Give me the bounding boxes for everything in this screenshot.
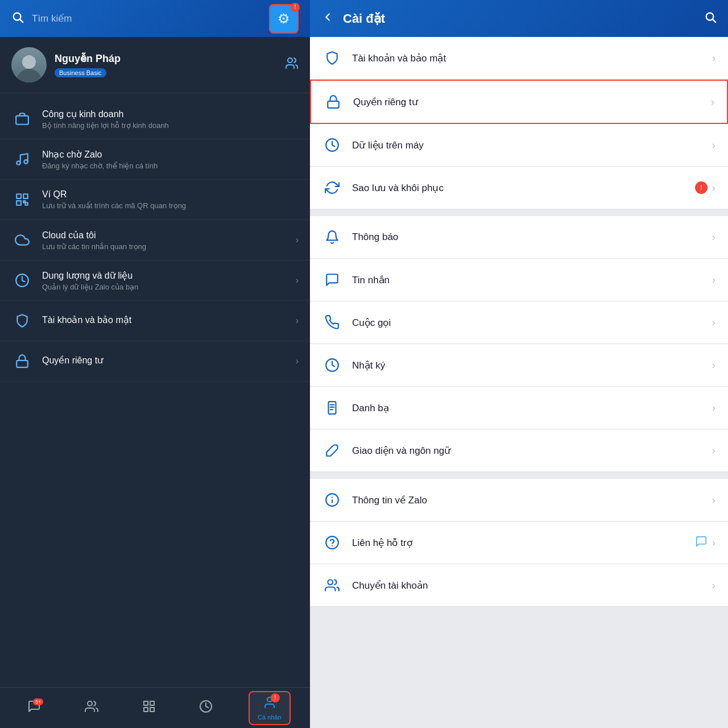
nav-contacts[interactable]: [77, 696, 106, 720]
settings-badge: !: [291, 3, 300, 12]
back-button[interactable]: [321, 11, 334, 27]
arrow-icon-dung-luong: ›: [296, 275, 299, 286]
svg-line-1: [20, 19, 23, 22]
arrow-cuoc-goi: ›: [712, 317, 715, 329]
label-lien-he: Liên hệ hỗ trợ: [352, 537, 695, 549]
menu-sub-dung-luong: Quản lý dữ liệu Zalo của bạn: [42, 283, 296, 291]
avatar: [11, 47, 47, 82]
arrow-icon-quyen: ›: [296, 356, 299, 366]
svg-rect-8: [16, 201, 21, 205]
menu-item-dung-luong[interactable]: Dung lượng và dữ liệu Quản lý dữ liệu Za…: [0, 260, 310, 301]
right-panel: Cài đặt Tài khoản và bảo mật ›: [310, 0, 728, 728]
ca-nhan-label: Cá nhân: [258, 714, 282, 721]
briefcase-icon: [11, 108, 33, 130]
menu-title-tai-khoan: Tài khoản và bảo mật: [42, 315, 296, 325]
refresh-icon: [322, 178, 342, 197]
profile-section[interactable]: Nguyễn Pháp Business Basic: [0, 37, 310, 93]
settings-item-danh-ba[interactable]: Danh bạ ›: [310, 387, 728, 429]
question-icon: [322, 533, 342, 552]
menu-title-cloud: Cloud của tôi: [42, 230, 296, 241]
section-gap-2: [310, 472, 728, 479]
settings-list: Tài khoản và bảo mật › Quyền riêng tư ›: [310, 37, 728, 728]
left-panel: Tìm kiếm ⚙ ! Nguyễn Pháp Business Basic: [0, 0, 310, 728]
settings-item-cuoc-goi[interactable]: Cuộc gọi ›: [310, 301, 728, 344]
profile-switch-icon[interactable]: [285, 56, 299, 73]
profile-name: Nguyễn Pháp: [55, 52, 285, 65]
transfer-icon: [322, 576, 342, 595]
nav-grid[interactable]: [134, 696, 164, 720]
settings-item-quyen-rieng-tu[interactable]: Quyền riêng tư ›: [310, 80, 728, 124]
clock2-icon: [322, 135, 342, 155]
arrow-giao-dien: ›: [712, 445, 715, 457]
search-icon[interactable]: [11, 11, 24, 27]
label-giao-dien: Giao diện và ngôn ngữ: [352, 445, 712, 457]
svg-line-19: [713, 19, 715, 22]
settings-item-thong-tin[interactable]: Thông tin về Zalo ›: [310, 479, 728, 522]
section-gap-1: [310, 209, 728, 216]
menu-item-tai-khoan[interactable]: Tài khoản và bảo mật ›: [0, 301, 310, 341]
arrow-danh-ba: ›: [712, 402, 715, 414]
right-header: Cài đặt: [310, 0, 728, 37]
nav-ca-nhan[interactable]: ! Cá nhân: [249, 691, 291, 725]
arrow-quyen: ›: [711, 96, 714, 108]
menu-sub-nhac: Đăng ký nhạc chờ, thể hiện cá tính: [42, 162, 299, 170]
menu-title-nhac: Nhạc chờ Zalo: [42, 149, 299, 160]
svg-rect-7: [23, 194, 28, 198]
label-danh-ba: Danh bạ: [352, 402, 712, 414]
menu-item-cong-cu-kinh-doanh[interactable]: Công cụ kinh doanh Bộ tính năng tiện lợi…: [0, 99, 310, 139]
settings-item-tai-khoan[interactable]: Tài khoản và bảo mật ›: [310, 37, 728, 80]
qr-icon: [11, 189, 33, 210]
svg-point-2: [288, 58, 292, 63]
settings-item-du-lieu[interactable]: Dữ liệu trên máy ›: [310, 124, 728, 167]
label-chuyen-tai-khoan: Chuyển tài khoản: [352, 580, 712, 592]
menu-title-quyen: Quyền riêng tư: [42, 355, 296, 366]
arrow-du-lieu: ›: [712, 139, 715, 151]
settings-item-thong-bao[interactable]: Thông báo ›: [310, 216, 728, 259]
label-du-lieu: Dữ liệu trên máy: [352, 139, 712, 151]
ca-nhan-nav-icon: !: [263, 696, 276, 713]
settings-item-giao-dien[interactable]: Giao diện và ngôn ngữ ›: [310, 429, 728, 472]
nav-clock[interactable]: [191, 696, 221, 720]
svg-rect-10: [16, 361, 28, 367]
settings-item-chuyen-tai-khoan[interactable]: Chuyển tài khoản ›: [310, 564, 728, 607]
nhatky-icon: [322, 355, 342, 375]
label-tin-nhan: Tin nhắn: [352, 274, 712, 286]
svg-rect-20: [328, 101, 339, 108]
search-input[interactable]: Tìm kiếm: [32, 13, 269, 24]
settings-search-icon[interactable]: [704, 11, 717, 27]
brush-icon: [322, 441, 342, 460]
settings-item-lien-he[interactable]: Liên hệ hỗ trợ ›: [310, 522, 728, 564]
chat-icon: [322, 270, 342, 289]
menu-item-vi-qr[interactable]: Ví QR Lưu trữ và xuất trình các mã QR qu…: [0, 180, 310, 220]
svg-rect-3: [16, 116, 28, 125]
menu-title-vi-qr: Ví QR: [42, 189, 299, 200]
menu-item-cloud[interactable]: Cloud của tôi Lưu trữ các tin nhắn quan …: [0, 220, 310, 260]
menu-item-quyen-rieng-tu[interactable]: Quyền riêng tư ›: [0, 341, 310, 382]
settings-item-tin-nhan[interactable]: Tin nhắn ›: [310, 259, 728, 301]
menu-item-nhac-cho-zalo[interactable]: Nhạc chờ Zalo Đăng ký nhạc chờ, thể hiện…: [0, 139, 310, 180]
arrow-nhat-ky: ›: [712, 359, 715, 371]
svg-rect-13: [150, 701, 154, 705]
settings-button[interactable]: ⚙ !: [269, 4, 299, 34]
settings-item-sao-luu[interactable]: Sao lưu và khôi phục ! ›: [310, 167, 728, 209]
arrow-icon-cloud: ›: [296, 235, 299, 245]
profile-badge: Business Basic: [55, 68, 106, 77]
arrow-icon-tai-khoan: ›: [296, 316, 299, 326]
svg-rect-6: [16, 194, 21, 198]
cloud-icon: [11, 229, 33, 251]
settings-item-nhat-ky[interactable]: Nhật ký ›: [310, 344, 728, 387]
label-quyen: Quyền riêng tư: [353, 96, 711, 108]
menu-sub-cloud: Lưu trữ các tin nhắn quan trọng: [42, 242, 296, 251]
label-cuoc-goi: Cuộc gọi: [352, 317, 712, 329]
arrow-thong-bao: ›: [712, 231, 715, 243]
settings-title: Cài đặt: [343, 11, 704, 26]
menu-sub-vi-qr: Lưu trữ và xuất trình các mã QR quan trọ…: [42, 201, 299, 210]
gear-icon: ⚙: [278, 11, 290, 27]
arrow-tin-nhan: ›: [712, 274, 715, 286]
arrow-chuyen: ›: [712, 580, 715, 592]
nav-chat[interactable]: 5+: [19, 696, 49, 720]
svg-point-28: [328, 580, 333, 585]
message-bubble-icon: [695, 535, 708, 551]
info-icon: [322, 490, 342, 510]
menu-title-cong-cu: Công cụ kinh doanh: [42, 109, 299, 119]
